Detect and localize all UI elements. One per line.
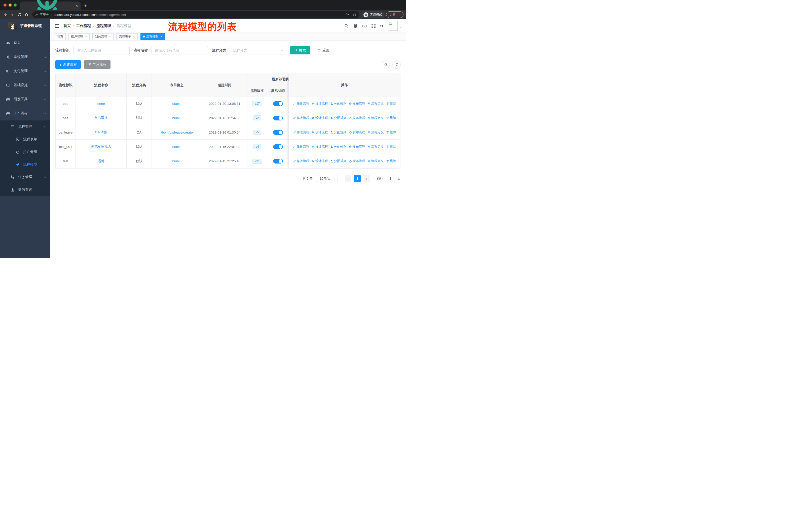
category-select[interactable]: 流程分类 — [230, 46, 286, 54]
create-process-button[interactable]: + 新建流程 — [55, 60, 81, 69]
avatar-caret-icon[interactable]: ▾ — [400, 26, 402, 28]
process-definition-link[interactable]: 流程定义 — [368, 102, 384, 106]
active-toggle[interactable] — [273, 144, 283, 149]
delete-link[interactable]: 删除 — [386, 116, 396, 120]
model-name-link[interactable]: 自己审批 — [94, 116, 108, 120]
page-size-select[interactable]: 10条/页 — [317, 175, 338, 182]
active-toggle[interactable] — [273, 116, 283, 120]
delete-link[interactable]: 删除 — [386, 145, 396, 149]
breadcrumb-home[interactable]: 首页 — [63, 23, 71, 28]
sidebar-item-process-form[interactable]: 流程表单 — [0, 133, 50, 146]
model-name-link[interactable]: 滔博 — [98, 159, 105, 164]
minimize-window-button[interactable] — [8, 3, 11, 6]
edit-process-link[interactable]: 修改流程 — [293, 130, 309, 135]
user-avatar[interactable] — [388, 21, 398, 31]
maximize-window-button[interactable] — [13, 3, 17, 6]
close-window-button[interactable] — [3, 3, 6, 6]
design-process-link[interactable]: 设计流程 — [312, 159, 328, 163]
breadcrumb-workflow[interactable]: 工作流程 — [76, 23, 91, 28]
address-bar[interactable]: 不安全 | dashboard.yudao.iocoder.cn/bpm/man… — [32, 11, 359, 18]
toggle-search-button[interactable] — [382, 60, 390, 69]
publish-process-link[interactable]: 发布流程 — [349, 130, 365, 135]
import-process-button[interactable]: 导入流程 — [84, 60, 111, 69]
close-icon[interactable]: ✕ — [133, 35, 135, 38]
edit-process-link[interactable]: 修改流程 — [293, 116, 309, 120]
sidebar-item-home[interactable]: 首页 — [0, 36, 50, 50]
reset-button[interactable]: 重置 — [314, 46, 333, 54]
goto-page-input[interactable] — [386, 175, 395, 182]
help-icon[interactable]: ? — [362, 24, 367, 28]
publish-process-link[interactable]: 发布流程 — [349, 102, 365, 106]
github-icon[interactable] — [353, 24, 358, 28]
assign-rule-link[interactable]: 分配规则 — [330, 159, 347, 163]
breadcrumb-process-mgmt[interactable]: 流程管理 — [96, 23, 111, 28]
form-link[interactable]: /bpm/oa/leave/create — [161, 131, 193, 134]
edit-process-link[interactable]: 修改流程 — [293, 145, 309, 149]
model-name-link[interactable]: OA 请假 — [95, 130, 108, 135]
prev-page-button[interactable]: ‹ — [345, 175, 351, 182]
model-name-link[interactable]: eeee — [97, 102, 105, 106]
form-link[interactable]: biubiu — [172, 159, 181, 163]
tag-home[interactable]: 首页 — [55, 33, 66, 40]
bookmark-star-icon[interactable] — [353, 12, 356, 17]
design-process-link[interactable]: 设计流程 — [312, 130, 328, 135]
publish-process-link[interactable]: 发布流程 — [349, 145, 365, 149]
tag-process-form[interactable]: 流程表单✕ — [116, 33, 138, 40]
active-toggle[interactable] — [273, 101, 283, 106]
tag-my-process[interactable]: 我的流程✕ — [92, 33, 114, 40]
tab-close-icon[interactable]: ✕ — [76, 4, 78, 7]
delete-link[interactable]: 删除 — [386, 102, 396, 106]
site-security[interactable]: 不安全 — [35, 12, 49, 17]
model-name-link[interactable]: 测试多审批人 — [91, 144, 111, 149]
close-icon[interactable]: ✕ — [109, 35, 111, 38]
design-process-link[interactable]: 设计流程 — [312, 145, 328, 149]
page-number-1[interactable]: 1 — [354, 175, 361, 182]
sidebar-item-user-group[interactable]: 用户分组 — [0, 146, 50, 158]
form-link[interactable]: biubiu — [172, 116, 181, 120]
form-link[interactable]: biubiu — [172, 145, 181, 148]
next-page-button[interactable]: › — [364, 175, 370, 182]
edit-process-link[interactable]: 修改流程 — [293, 159, 309, 163]
tag-tenant[interactable]: 租户管理✕ — [68, 33, 90, 40]
tag-process-model[interactable]: 流程模型✕ — [141, 33, 165, 40]
sidebar-item-task-mgmt[interactable]: 任务管理 — [0, 171, 50, 184]
active-toggle[interactable] — [273, 159, 283, 164]
sidebar-item-process-model[interactable]: 流程模型 — [0, 158, 50, 171]
design-process-link[interactable]: 设计流程 — [312, 102, 328, 106]
assign-rule-link[interactable]: 分配规则 — [330, 145, 347, 149]
font-size-icon[interactable]: tT — [380, 24, 383, 28]
new-tab-button[interactable]: + — [84, 3, 87, 8]
close-icon[interactable]: ✕ — [85, 35, 87, 38]
refresh-table-button[interactable] — [393, 60, 401, 69]
sidebar-item-devtools[interactable]: 研发工具 — [0, 92, 50, 106]
active-toggle[interactable] — [273, 130, 283, 135]
assign-rule-link[interactable]: 分配规则 — [330, 130, 347, 135]
password-key-icon[interactable] — [345, 12, 349, 17]
process-definition-link[interactable]: 流程定义 — [368, 159, 384, 163]
sidebar-item-payment[interactable]: ¥ 支付管理 — [0, 64, 50, 78]
close-icon[interactable]: ✕ — [160, 35, 162, 38]
browser-tab[interactable]: 芋道管理系统 ✕ — [20, 1, 81, 10]
process-definition-link[interactable]: 流程定义 — [368, 116, 384, 120]
publish-process-link[interactable]: 发布流程 — [349, 159, 365, 163]
delete-link[interactable]: 删除 — [386, 130, 396, 135]
process-definition-link[interactable]: 流程定义 — [368, 130, 384, 135]
assign-rule-link[interactable]: 分配规则 — [330, 102, 347, 106]
forward-button[interactable] — [9, 12, 15, 18]
assign-rule-link[interactable]: 分配规则 — [330, 116, 347, 120]
home-button[interactable] — [24, 12, 29, 18]
publish-process-link[interactable]: 发布流程 — [349, 116, 365, 120]
search-button[interactable]: 搜索 — [290, 46, 310, 54]
fullscreen-icon[interactable] — [371, 24, 376, 28]
edit-process-link[interactable]: 修改流程 — [293, 102, 309, 106]
process-definition-link[interactable]: 流程定义 — [368, 145, 384, 149]
browser-update-menu[interactable]: 更新 ⋮ — [386, 11, 404, 18]
sidebar-item-system[interactable]: 系统管理 — [0, 50, 50, 64]
sidebar-item-infra[interactable]: 基础设施 — [0, 78, 50, 92]
form-link[interactable]: biubiu — [172, 102, 181, 106]
sidebar-item-process-mgmt[interactable]: 流程管理 — [0, 120, 50, 133]
sidebar-item-leave-query[interactable]: 请假查询 — [0, 184, 50, 196]
reload-button[interactable] — [17, 12, 22, 18]
search-icon[interactable] — [344, 24, 349, 28]
process-key-input[interactable] — [73, 46, 129, 54]
